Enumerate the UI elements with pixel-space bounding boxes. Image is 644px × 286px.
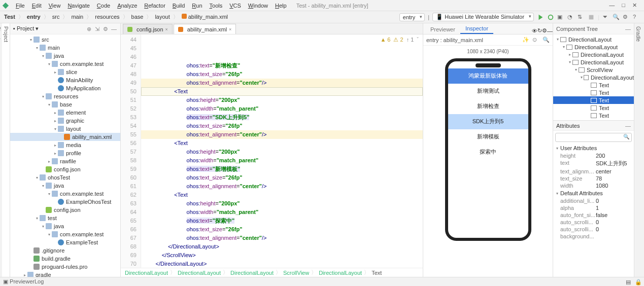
attribute-row[interactable]: height200 bbox=[553, 152, 634, 159]
refresh-icon[interactable]: ↻ bbox=[537, 27, 542, 34]
component-tree-node[interactable]: Text bbox=[553, 89, 634, 96]
tree-node[interactable]: ability_main.xml bbox=[10, 133, 120, 141]
attribute-row[interactable]: text_alignmentcenter bbox=[553, 168, 634, 175]
device-list-item[interactable]: 新增模板 bbox=[448, 129, 528, 145]
tree-node[interactable]: ▾java bbox=[10, 182, 120, 190]
stop-icon[interactable] bbox=[588, 14, 595, 21]
tree-node[interactable]: ▸gradle bbox=[10, 271, 120, 277]
run-config-combo[interactable]: entry bbox=[399, 13, 425, 21]
breadcrumb-item[interactable]: resources bbox=[93, 13, 121, 21]
minimize-button[interactable]: — bbox=[609, 2, 615, 9]
hide-icon[interactable]: — bbox=[111, 26, 117, 32]
debug-icon[interactable] bbox=[547, 14, 554, 21]
collapse-icon[interactable]: ⇲ bbox=[95, 26, 101, 32]
menu-file[interactable]: File bbox=[12, 2, 28, 10]
profile-icon[interactable]: ◔ bbox=[567, 14, 574, 21]
code-editor[interactable]: ▲ 6 ⚠ 2 ↑ 1 ˇ ohos:text="新增检查" ohos:text… bbox=[141, 34, 423, 268]
tree-node[interactable]: ▾ohosTest bbox=[10, 173, 120, 182]
menu-tools[interactable]: Tools bbox=[206, 2, 226, 10]
tab-inspector[interactable]: Inspector bbox=[460, 24, 493, 34]
editor-breadcrumb-item[interactable]: DirectionalLayout bbox=[125, 270, 168, 276]
editor-tab[interactable]: ability_main.xml× bbox=[174, 24, 236, 34]
editor-breadcrumb-item[interactable]: ScrollView bbox=[283, 270, 309, 276]
tree-node[interactable]: ExampleOhosTest bbox=[10, 198, 120, 206]
attribute-group-header[interactable]: ▾Default Attributes bbox=[553, 189, 634, 197]
component-tree-node[interactable]: ▾DirectionalLayout bbox=[553, 43, 634, 51]
device-list-item[interactable]: 新增测试 bbox=[448, 84, 528, 99]
tree-node[interactable]: MainAbility bbox=[10, 76, 120, 84]
component-tree-node[interactable]: ▾DirectionalLayout bbox=[553, 58, 634, 66]
editor-breadcrumb-item[interactable]: DirectionalLayout bbox=[230, 270, 274, 276]
tab-previewer[interactable]: Previewer bbox=[425, 25, 460, 34]
attribute-row[interactable]: auto_font_si...false bbox=[553, 211, 634, 219]
menu-edit[interactable]: Edit bbox=[28, 2, 45, 10]
git-icon[interactable]: ⏷ bbox=[602, 14, 609, 21]
tree-node[interactable]: ▸slice bbox=[10, 68, 120, 76]
attribute-row[interactable]: auto_scrolli...0 bbox=[553, 226, 634, 233]
attribute-row[interactable]: auto_scrolli...0 bbox=[553, 219, 634, 226]
menu-refactor[interactable]: Refactor bbox=[141, 2, 169, 10]
help-icon[interactable]: ? bbox=[633, 14, 640, 21]
device-combo[interactable]: 📱 Huawei Lite Wearable Simulator bbox=[432, 13, 534, 21]
menu-window[interactable]: Window bbox=[245, 2, 272, 10]
component-tree-node[interactable]: ▾DirectionalLayout bbox=[553, 74, 634, 81]
breadcrumb-item[interactable]: src bbox=[50, 13, 62, 21]
tree-node[interactable]: ▸element bbox=[10, 109, 120, 117]
tree-node[interactable]: .gitignore bbox=[10, 246, 120, 255]
device-list-item[interactable]: 新增检查 bbox=[448, 99, 528, 114]
attribute-row[interactable]: background... bbox=[553, 233, 634, 240]
project-combo[interactable]: ▪ Project ▾ bbox=[13, 25, 39, 32]
attributes-search[interactable] bbox=[555, 133, 632, 142]
gutter-tab-gradle[interactable]: Gradle bbox=[634, 23, 642, 277]
attribute-group-header[interactable]: ▾User Attributes bbox=[553, 144, 634, 152]
minimize-icon[interactable]: — bbox=[547, 28, 553, 34]
zoom-in-icon[interactable]: 🔍 bbox=[543, 37, 550, 44]
settings-icon[interactable]: ⚙ bbox=[623, 14, 630, 21]
editor-breadcrumb-item[interactable]: DirectionalLayout bbox=[319, 270, 362, 276]
component-tree-node[interactable]: Text bbox=[553, 112, 634, 119]
coverage-icon[interactable]: ▣ bbox=[557, 14, 564, 21]
device-list-item[interactable]: SDK上升到5 bbox=[448, 114, 528, 129]
project-tree[interactable]: ▾src▾main▾java▾com.example.test▸sliceMai… bbox=[10, 34, 120, 277]
close-button[interactable]: ✕ bbox=[632, 2, 637, 9]
tree-node[interactable]: proguard-rules.pro bbox=[10, 263, 120, 271]
menu-code[interactable]: Code bbox=[93, 2, 114, 10]
gutter-tab-structure[interactable]: Structure bbox=[0, 23, 2, 277]
component-tree-node[interactable]: ▾DirectionalLayout bbox=[553, 35, 634, 43]
eye-icon[interactable]: 👁 bbox=[532, 28, 537, 34]
menu-build[interactable]: Build bbox=[169, 2, 188, 10]
zoom-reset-icon[interactable]: ⊙ bbox=[532, 37, 539, 44]
menu-run[interactable]: Run bbox=[188, 2, 206, 10]
tree-node[interactable]: ▾resources bbox=[10, 92, 120, 100]
device-screen[interactable]: 鸿蒙最新版体验新增测试新增检查SDK上升到5新增模板探索中 bbox=[448, 61, 528, 238]
component-tree-node[interactable]: Text bbox=[553, 81, 634, 89]
tree-node[interactable]: ▸rawfile bbox=[10, 157, 120, 165]
attribute-row[interactable]: textSDK上升到5 bbox=[553, 159, 634, 168]
tree-node[interactable]: ▸graphic bbox=[10, 117, 120, 125]
breadcrumb-item[interactable]: base bbox=[129, 13, 146, 21]
collapse-icon[interactable]: — bbox=[625, 123, 631, 129]
maximize-button[interactable]: □ bbox=[622, 2, 625, 9]
editor-breadcrumb-item[interactable]: DirectionalLayout bbox=[178, 270, 221, 276]
attribute-row[interactable]: alpha1 bbox=[553, 204, 634, 211]
breadcrumb-item[interactable]: Test bbox=[2, 13, 17, 21]
menu-view[interactable]: View bbox=[45, 2, 64, 10]
tree-node[interactable]: MyApplication bbox=[10, 84, 120, 92]
settings-icon[interactable]: ⚙ bbox=[103, 26, 109, 32]
menu-vcs[interactable]: VCS bbox=[226, 2, 245, 10]
tree-node[interactable]: ▾com.example.test bbox=[10, 190, 120, 198]
tree-node[interactable]: ▾src bbox=[10, 35, 120, 44]
tree-node[interactable]: ▾test bbox=[10, 214, 120, 222]
tree-node[interactable]: ▸media bbox=[10, 141, 120, 149]
component-tree-node[interactable]: Text bbox=[553, 104, 634, 112]
tree-node[interactable]: ExampleTest bbox=[10, 238, 120, 246]
tree-node[interactable]: ▾com.example.test bbox=[10, 60, 120, 68]
collapse-icon[interactable]: — bbox=[625, 26, 631, 32]
run-icon[interactable] bbox=[537, 14, 544, 21]
editor-breadcrumb[interactable]: DirectionalLayout〉DirectionalLayout〉Dire… bbox=[121, 268, 423, 277]
tree-node[interactable]: ▾base bbox=[10, 100, 120, 109]
attach-icon[interactable]: ⇅ bbox=[578, 14, 585, 21]
tree-node[interactable]: ▾main bbox=[10, 44, 120, 52]
event-log-icon[interactable]: ▤ bbox=[626, 279, 632, 285]
gutter-tab-previewer[interactable]: Previewer bbox=[642, 23, 644, 277]
